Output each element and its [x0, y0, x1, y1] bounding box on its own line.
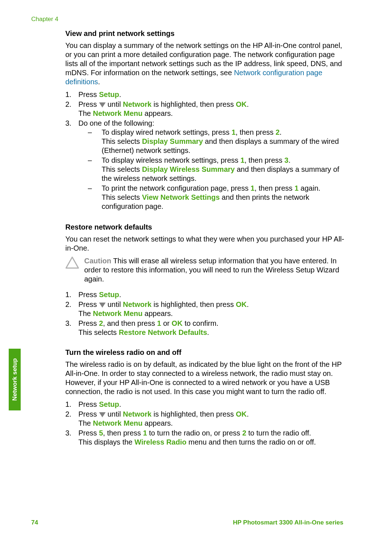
step-number: 2.: [65, 300, 78, 318]
ui-network: Network: [123, 100, 152, 108]
bullet-dash: –: [88, 128, 102, 155]
svg-marker-2: [99, 303, 106, 308]
ui-ok: OK: [236, 410, 247, 418]
ui-ok: OK: [172, 319, 183, 327]
down-arrow-icon: [99, 412, 106, 417]
step-number: 1.: [65, 90, 78, 99]
ui-wireless-radio: Wireless Radio: [135, 438, 187, 446]
step-number: 1.: [65, 290, 78, 299]
down-arrow-icon: [99, 102, 106, 108]
step-number: 3.: [65, 119, 78, 212]
ui-ok: OK: [236, 100, 247, 108]
caution-icon: [65, 256, 84, 284]
step-number: 1.: [65, 400, 78, 409]
ui-setup: Setup: [99, 90, 119, 98]
ui-display-summary: Display Summary: [142, 137, 203, 145]
sidebar-tab-label: Network setup: [11, 358, 19, 401]
ui-network: Network: [123, 410, 152, 418]
section-view-print: View and print network settings You can …: [65, 29, 345, 212]
ui-setup: Setup: [99, 291, 119, 299]
caution-label: Caution: [84, 257, 111, 265]
ui-display-wireless-summary: Display Wireless Summary: [142, 165, 235, 173]
ui-network: Network: [123, 300, 152, 308]
section-wireless-radio: Turn the wireless radio on and off The w…: [65, 348, 345, 447]
heading-restore-defaults: Restore network defaults: [65, 223, 345, 232]
step-number: 2.: [65, 410, 78, 428]
chapter-label: Chapter 4: [31, 16, 58, 23]
ui-ok: OK: [236, 300, 247, 308]
ui-restore-network-defaults: Restore Network Defaults: [119, 328, 207, 336]
product-name: HP Photosmart 3300 All-in-One series: [233, 519, 343, 526]
svg-marker-1: [66, 257, 78, 268]
page-number: 74: [31, 519, 38, 526]
ui-network-menu: Network Menu: [93, 309, 143, 317]
step-number: 3.: [65, 319, 78, 337]
bullet-dash: –: [88, 156, 102, 183]
ui-setup: Setup: [99, 400, 119, 408]
heading-wireless-radio: Turn the wireless radio on and off: [65, 348, 345, 357]
intro-view-print: You can display a summary of the network…: [65, 41, 345, 86]
intro-wireless-radio: The wireless radio is on by default, as …: [65, 360, 345, 396]
page-footer: 74 HP Photosmart 3300 All-in-One series: [31, 519, 343, 526]
ui-network-menu: Network Menu: [93, 419, 143, 427]
caution-block: Caution This will erase all wireless set…: [65, 256, 345, 284]
ui-network-menu: Network Menu: [93, 109, 143, 117]
intro-restore-defaults: You can reset the network settings to wh…: [65, 235, 345, 253]
section-restore-defaults: Restore network defaults You can reset t…: [65, 223, 345, 337]
bullet-dash: –: [88, 184, 102, 211]
svg-marker-3: [99, 412, 106, 417]
step-number: 2.: [65, 100, 78, 118]
ui-view-network-settings: View Network Settings: [142, 193, 220, 201]
step-number: 3.: [65, 429, 78, 447]
down-arrow-icon: [99, 303, 106, 308]
svg-marker-0: [99, 102, 106, 108]
heading-view-print: View and print network settings: [65, 29, 345, 38]
sidebar-tab: Network setup: [9, 349, 21, 410]
